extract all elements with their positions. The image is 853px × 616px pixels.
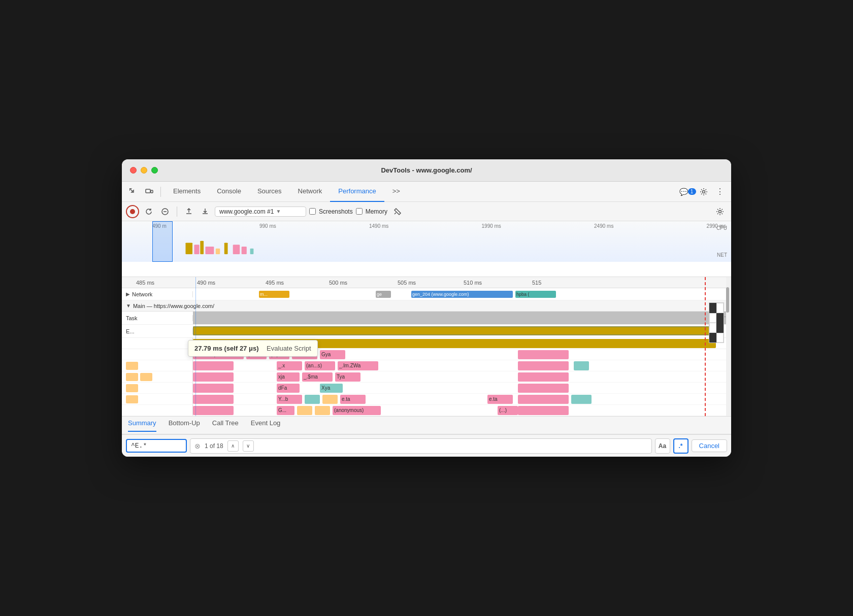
cell-anonymous[interactable]: (anonymous) — [333, 406, 381, 415]
timeline-overview[interactable]: 490 m 990 ms 1490 ms 1990 ms 2490 ms 299… — [122, 221, 731, 277]
tab-network[interactable]: Network — [290, 182, 331, 202]
svg-rect-16 — [250, 249, 253, 254]
perf-toolbar: www.google.com #1 ▼ Screenshots Memory — [122, 202, 731, 221]
evaluate-script-label: E... — [122, 328, 193, 334]
tab-more[interactable]: >> — [384, 182, 408, 202]
network-row-content[interactable]: m... ge gen_204 (www.google.com) hpba ( — [193, 288, 731, 300]
more-menu-icon[interactable]: ⋮ — [713, 185, 727, 199]
search-prev-button[interactable]: ∧ — [227, 440, 239, 452]
tab-bottom-up[interactable]: Bottom-Up — [169, 419, 200, 432]
maximize-button[interactable] — [151, 167, 158, 174]
row4-pink-right — [518, 384, 569, 393]
svg-rect-15 — [241, 247, 246, 254]
memory-label[interactable]: Memory — [366, 208, 387, 215]
overview-mark-1: 990 ms — [259, 223, 276, 229]
settings-icon[interactable] — [697, 185, 711, 199]
row5-teal-right — [571, 395, 592, 404]
url-selector[interactable]: www.google.com #1 ▼ — [215, 207, 306, 217]
row4-label — [122, 383, 193, 393]
row6-orange — [297, 406, 312, 415]
main-section-header: ▼ Main — https://www.google.com/ — [122, 300, 731, 312]
close-button[interactable] — [130, 167, 137, 174]
scrollbar-thumb[interactable] — [726, 287, 729, 313]
evaluate-script-row[interactable]: E... 27.79 ms (self 27 μs) Evaluate Scri… — [122, 325, 731, 338]
row2-orange-cell — [126, 362, 138, 370]
cancel-button[interactable]: Cancel — [692, 439, 727, 452]
tab-call-tree[interactable]: Call Tree — [212, 419, 239, 432]
tab-event-log[interactable]: Event Log — [251, 419, 281, 432]
upload-icon[interactable] — [182, 205, 195, 218]
flame-row-5[interactable]: Y...b e.ta e.ta — [122, 394, 731, 405]
regex-button[interactable]: .* — [673, 438, 688, 454]
cell-lmzwa[interactable]: _.lm.ZWa — [338, 361, 378, 370]
tab-summary[interactable]: Summary — [128, 419, 156, 432]
row5-teal — [305, 395, 320, 404]
svg-rect-8 — [185, 243, 192, 255]
network-label: ▶ Network — [122, 291, 193, 297]
chevron-down-icon: ▼ — [276, 209, 281, 214]
run-microtasks-label — [122, 338, 193, 349]
time-mark-500: 500 ms — [329, 280, 347, 286]
search-next-button[interactable]: ∨ — [243, 440, 254, 452]
network-bar-gen204: gen_204 (www.google.com) — [411, 291, 513, 298]
perf-settings-icon[interactable] — [713, 204, 727, 219]
stop-button[interactable] — [158, 205, 172, 218]
tab-list: Elements Console Sources Network Perform… — [165, 182, 678, 202]
flame-row-4[interactable]: dFa Xya — [122, 383, 731, 394]
cell-tya[interactable]: Tya — [335, 372, 360, 382]
cell-g[interactable]: G... — [277, 406, 294, 415]
device-toggle-icon[interactable] — [142, 185, 156, 199]
time-mark-510: 510 ms — [464, 280, 482, 286]
search-input[interactable] — [131, 442, 172, 450]
task-row: Task T... — [122, 312, 731, 325]
case-sensitive-button[interactable]: Aa — [655, 438, 670, 454]
row5-orange — [322, 395, 338, 404]
main-label: Main — https://www.google.com/ — [133, 303, 214, 309]
search-count: 1 of 18 — [205, 442, 223, 450]
cell-sma[interactable]: _.$ma — [302, 372, 333, 382]
screenshots-label[interactable]: Screenshots — [319, 208, 353, 215]
cell-eta2[interactable]: e.ta — [487, 395, 513, 404]
cell-eta1[interactable]: e.ta — [340, 395, 366, 404]
row5-orange-cell — [126, 395, 138, 403]
row5-pink-right — [518, 395, 569, 404]
cell-yb[interactable]: Y...b — [277, 395, 302, 404]
memory-checkbox[interactable] — [356, 208, 363, 215]
svg-point-7 — [719, 210, 721, 213]
tab-elements[interactable]: Elements — [165, 182, 209, 202]
flame-row-3[interactable]: xja _.$ma Tya — [122, 371, 731, 383]
cell-xya[interactable]: Xya — [320, 384, 343, 393]
cell-dfa[interactable]: dFa — [277, 384, 300, 393]
row5-label — [122, 394, 193, 404]
search-main[interactable]: ⊗ 1 of 18 ∧ ∨ — [190, 438, 652, 454]
time-mark-495: 495 ms — [266, 280, 284, 286]
cell-dotx[interactable]: _.x — [277, 361, 302, 370]
cell-gya[interactable]: Gya — [320, 350, 345, 359]
record-button[interactable] — [126, 205, 139, 218]
tab-sources[interactable]: Sources — [249, 182, 290, 202]
overview-mark-4: 2490 ms — [594, 223, 613, 229]
tab-console[interactable]: Console — [209, 182, 249, 202]
feedback-icon[interactable]: 💬 1 — [680, 185, 695, 199]
search-input-wrapper[interactable] — [126, 439, 187, 453]
cell-ans[interactable]: (an...s) — [305, 361, 335, 370]
tab-performance[interactable]: Performance — [330, 182, 384, 202]
devtools-window: DevTools - www.google.com/ Elements Cons… — [122, 159, 731, 457]
screenshots-checkbox[interactable] — [309, 208, 316, 215]
minimize-button[interactable] — [141, 167, 147, 174]
download-icon[interactable] — [199, 205, 212, 218]
scrollbar-vertical[interactable] — [726, 277, 731, 416]
row4-orange-cell — [126, 384, 138, 392]
flame-chart-container[interactable]: 485 ms 490 ms 495 ms 500 ms 505 ms 510 m… — [122, 277, 731, 416]
cell-anon-paren[interactable]: (...) — [498, 406, 518, 415]
cell-xja[interactable]: xja — [277, 372, 300, 382]
clear-search-icon[interactable]: ⊗ — [194, 442, 201, 450]
toolbar-divider-1 — [160, 187, 161, 197]
flame-row-6[interactable]: G... (anonymous) (...) — [122, 405, 731, 416]
network-row: ▶ Network m... ge gen_204 (www.google.co… — [122, 288, 731, 300]
refresh-record-button[interactable] — [142, 205, 155, 218]
clear-icon[interactable] — [390, 204, 405, 219]
flame-row-2[interactable]: _.x (an...s) _.lm.ZWa — [122, 360, 731, 371]
inspect-element-icon[interactable] — [126, 185, 140, 199]
mini-squares — [709, 302, 724, 343]
